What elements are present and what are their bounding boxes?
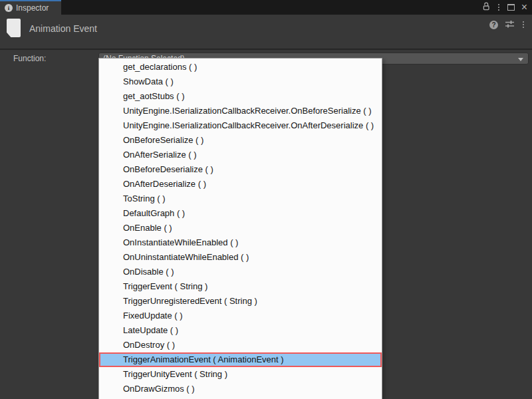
menu-item-label: UnityEngine.ISerializationCallbackReceiv… xyxy=(123,106,372,116)
tab-inspector[interactable]: i Inspector xyxy=(0,0,61,15)
menu-item[interactable]: TriggerUnityEvent ( String ) xyxy=(99,367,382,382)
menu-item[interactable]: OnBeforeDeserialize ( ) xyxy=(99,162,382,177)
menu-item-label: DefaultGraph ( ) xyxy=(123,208,185,218)
close-icon[interactable]: × xyxy=(521,3,527,12)
menu-item-label: TriggerEvent ( String ) xyxy=(123,281,207,291)
menu-item[interactable]: OnUninstantiateWhileEnabled ( ) xyxy=(99,250,382,265)
inspector-window: i Inspector × Animation Event ? xyxy=(0,0,532,399)
component-title: Animation Event xyxy=(29,23,97,34)
menu-item[interactable]: OnInstantiateWhileEnabled ( ) xyxy=(99,235,382,250)
menu-item-label: OnEnable ( ) xyxy=(123,223,172,233)
menu-item-label: OnDisable ( ) xyxy=(123,267,174,277)
menu-item-label: ToString ( ) xyxy=(123,194,166,203)
function-label: Function: xyxy=(13,54,46,63)
header-icons: ? xyxy=(489,19,525,31)
menu-item-label: OnBeforeDeserialize ( ) xyxy=(123,164,213,174)
menu-item[interactable]: DefaultGraph ( ) xyxy=(99,206,382,221)
menu-item-label: FixedUpdate ( ) xyxy=(123,311,183,321)
menu-item[interactable]: LateUpdate ( ) xyxy=(99,323,382,338)
context-menu-icon[interactable] xyxy=(521,20,525,29)
menu-item[interactable]: UnityEngine.ISerializationCallbackReceiv… xyxy=(99,104,382,118)
component-header: Animation Event ? xyxy=(0,15,532,50)
maximize-icon[interactable] xyxy=(507,4,515,11)
menu-item[interactable]: ToString ( ) xyxy=(99,192,382,206)
presets-icon[interactable] xyxy=(505,19,515,31)
menu-item[interactable]: TriggerEvent ( String ) xyxy=(99,279,382,294)
menu-item[interactable]: get_declarations ( ) xyxy=(99,60,382,74)
topbar-icons: × xyxy=(482,0,527,15)
menu-item-label: TriggerUnityEvent ( String ) xyxy=(123,369,227,379)
menu-item-label: OnDrawGizmos ( ) xyxy=(123,384,195,394)
menu-item-label: OnBeforeSerialize ( ) xyxy=(123,135,203,145)
menu-item-label: LateUpdate ( ) xyxy=(123,325,178,335)
tab-label: Inspector xyxy=(16,3,49,13)
info-icon: i xyxy=(5,4,13,12)
menu-item-label: OnAfterDeserialize ( ) xyxy=(123,179,206,189)
menu-item-label: OnDestroy ( ) xyxy=(123,340,175,350)
menu-item-label: ShowData ( ) xyxy=(123,76,174,86)
tab-bar: i Inspector × xyxy=(0,0,532,15)
unlock-icon[interactable] xyxy=(482,1,490,13)
menu-item[interactable]: ShowData ( ) xyxy=(99,74,382,89)
chevron-down-icon xyxy=(518,58,523,61)
menu-item[interactable]: get_aotStubs ( ) xyxy=(99,89,382,104)
menu-item-label: TriggerUnregisteredEvent ( String ) xyxy=(123,296,257,306)
script-asset-icon xyxy=(7,19,21,37)
menu-item[interactable]: OnBeforeSerialize ( ) xyxy=(99,133,382,148)
menu-item[interactable]: OnDisable ( ) xyxy=(99,265,382,279)
help-icon[interactable]: ? xyxy=(489,21,498,29)
menu-item[interactable]: TriggerUnregisteredEvent ( String ) xyxy=(99,294,382,309)
menu-item-label: OnAfterSerialize ( ) xyxy=(123,150,197,160)
menu-item[interactable]: OnAfterDeserialize ( ) xyxy=(99,177,382,192)
menu-item-label: OnInstantiateWhileEnabled ( ) xyxy=(123,237,238,247)
menu-item[interactable]: OnEnable ( ) xyxy=(99,221,382,235)
kebab-menu-icon[interactable] xyxy=(497,3,501,12)
menu-item-label: get_aotStubs ( ) xyxy=(123,91,185,101)
menu-item-label: UnityEngine.ISerializationCallbackReceiv… xyxy=(123,120,374,130)
menu-item[interactable]: TriggerAnimationEvent ( AnimationEvent ) xyxy=(99,352,382,367)
menu-item-label: OnUninstantiateWhileEnabled ( ) xyxy=(123,252,249,262)
menu-item[interactable]: UnityEngine.ISerializationCallbackReceiv… xyxy=(99,118,382,133)
menu-item[interactable]: OnAfterSerialize ( ) xyxy=(99,148,382,162)
menu-item-label: get_declarations ( ) xyxy=(123,62,197,72)
menu-item[interactable]: OnDrawGizmos ( ) xyxy=(99,382,382,396)
menu-item[interactable]: OnDestroy ( ) xyxy=(99,338,382,352)
menu-item-label: TriggerAnimationEvent ( AnimationEvent ) xyxy=(123,354,284,364)
function-menu: get_declarations ( ) ShowData ( ) get_ao… xyxy=(98,58,382,399)
menu-item[interactable]: FixedUpdate ( ) xyxy=(99,309,382,323)
